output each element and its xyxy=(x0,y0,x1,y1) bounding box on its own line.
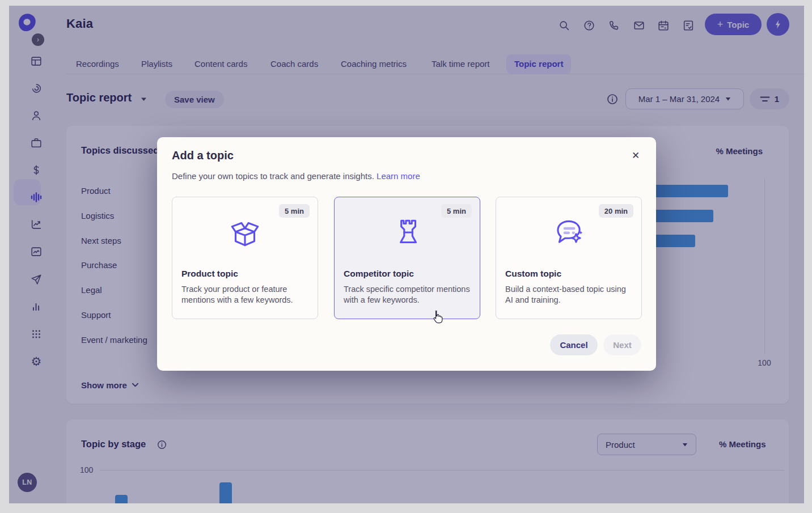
learn-more-link[interactable]: Learn more xyxy=(377,171,420,181)
duration-badge: 5 min xyxy=(279,204,310,218)
card-title: Custom topic xyxy=(505,269,561,279)
close-button[interactable]: ✕ xyxy=(629,149,642,162)
custom-topic-card[interactable]: 20 min Custom topic Build a context-base… xyxy=(496,197,642,319)
card-description: Track your product or feature mentions w… xyxy=(181,284,311,306)
modal-title: Add a topic xyxy=(172,149,234,162)
add-topic-modal: Add a topic ✕ Define your own topics to … xyxy=(157,137,656,371)
close-icon: ✕ xyxy=(632,150,640,162)
box-icon xyxy=(227,215,263,251)
rook-icon xyxy=(390,215,425,251)
competitor-topic-card[interactable]: 5 min Competitor topic Track specific co… xyxy=(334,197,480,319)
card-description: Track specific competitor mentions with … xyxy=(344,284,473,306)
card-title: Product topic xyxy=(181,269,238,279)
card-title: Competitor topic xyxy=(344,269,414,279)
duration-badge: 20 min xyxy=(599,204,633,218)
next-button[interactable]: Next xyxy=(603,334,641,355)
cancel-button[interactable]: Cancel xyxy=(550,334,598,355)
modal-subtitle: Define your own topics to track and gene… xyxy=(172,171,420,181)
product-topic-card[interactable]: 5 min Product topic Track your product o… xyxy=(172,197,318,319)
modal-subtitle-text: Define your own topics to track and gene… xyxy=(172,171,374,181)
cursor-pointer xyxy=(431,310,443,324)
duration-badge: 5 min xyxy=(441,204,472,218)
cancel-label: Cancel xyxy=(560,340,587,350)
next-label: Next xyxy=(613,340,632,350)
chat-sparkle-icon xyxy=(551,215,586,251)
card-description: Build a context-based topic using AI and… xyxy=(505,284,635,306)
